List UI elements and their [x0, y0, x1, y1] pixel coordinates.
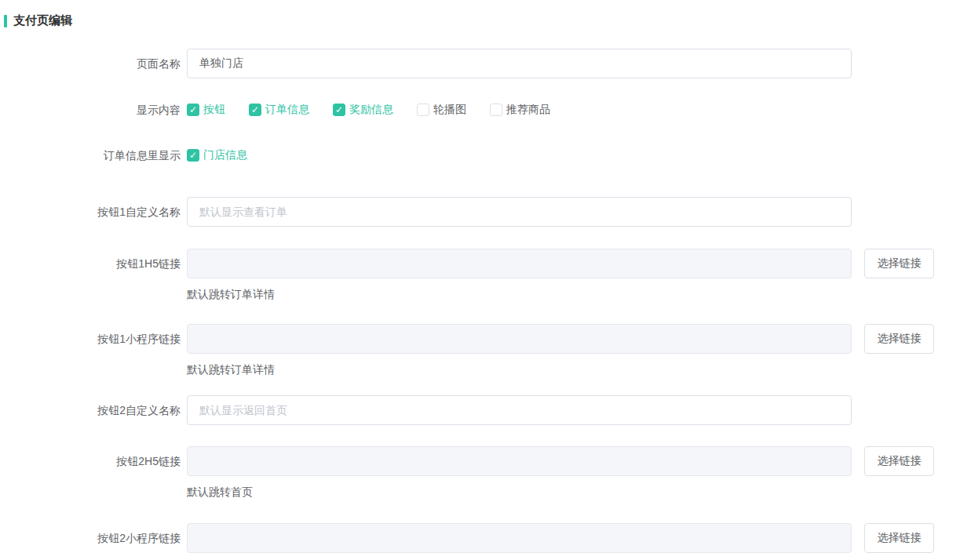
section-header: 支付页编辑 — [0, 0, 960, 28]
form-row-btn1-mini: 按钮1小程序链接 选择链接 默认跳转订单详情 — [0, 324, 960, 375]
btn2-mini-input — [187, 523, 852, 553]
btn1-mini-select-link-button[interactable]: 选择链接 — [864, 324, 934, 354]
form-row-btn2-mini: 按钮2小程序链接 选择链接 — [0, 523, 960, 553]
form-row-display-content: 显示内容 按钮 订单信息 奖励信息 轮播图 推荐商品 — [0, 102, 960, 118]
form-row-order-info-display: 订单信息里显示 门店信息 — [0, 147, 960, 163]
btn2-mini-label: 按钮2小程序链接 — [0, 523, 181, 553]
btn1-name-label: 按钮1自定义名称 — [0, 197, 181, 227]
checkbox-recommended-products[interactable]: 推荐商品 — [490, 102, 550, 118]
btn2-mini-select-link-button[interactable]: 选择链接 — [864, 523, 934, 553]
checkbox-icon — [187, 149, 199, 162]
btn1-h5-hint: 默认跳转订单详情 — [187, 289, 934, 300]
btn1-h5-label: 按钮1H5链接 — [0, 249, 181, 278]
checkbox-order-info[interactable]: 订单信息 — [249, 102, 309, 118]
btn1-mini-hint: 默认跳转订单详情 — [187, 364, 934, 375]
accent-bar-icon — [4, 15, 7, 27]
form-row-btn2-name: 按钮2自定义名称 — [0, 395, 960, 425]
btn1-h5-select-link-button[interactable]: 选择链接 — [864, 249, 934, 278]
form-row-btn1-h5: 按钮1H5链接 选择链接 默认跳转订单详情 — [0, 249, 960, 300]
checkbox-icon — [249, 104, 261, 116]
btn2-h5-select-link-button[interactable]: 选择链接 — [864, 446, 934, 476]
btn2-h5-hint: 默认跳转首页 — [187, 486, 934, 497]
checkbox-carousel[interactable]: 轮播图 — [417, 102, 466, 118]
btn2-h5-input — [187, 446, 852, 476]
checkbox-icon — [417, 104, 429, 116]
btn1-name-input[interactable] — [187, 197, 852, 227]
display-content-label: 显示内容 — [0, 102, 181, 118]
btn1-mini-label: 按钮1小程序链接 — [0, 324, 181, 354]
page-title: 支付页编辑 — [13, 13, 72, 28]
order-info-display-label: 订单信息里显示 — [0, 147, 181, 163]
form-row-page-name: 页面名称 — [0, 49, 960, 78]
form-row-btn2-h5: 按钮2H5链接 选择链接 默认跳转首页 — [0, 446, 960, 497]
checkbox-icon — [187, 104, 199, 116]
btn2-h5-label: 按钮2H5链接 — [0, 446, 181, 476]
checkbox-icon — [490, 104, 502, 116]
btn2-name-input[interactable] — [187, 395, 852, 425]
form-row-btn1-name: 按钮1自定义名称 — [0, 197, 960, 227]
btn2-name-label: 按钮2自定义名称 — [0, 395, 181, 425]
btn1-mini-input — [187, 324, 852, 354]
checkbox-reward-info[interactable]: 奖励信息 — [333, 102, 393, 118]
page-name-input[interactable] — [187, 49, 852, 78]
checkbox-store-info[interactable]: 门店信息 — [187, 147, 247, 163]
page-name-label: 页面名称 — [0, 49, 181, 78]
btn1-h5-input — [187, 249, 852, 278]
checkbox-icon — [333, 104, 345, 116]
checkbox-button[interactable]: 按钮 — [187, 102, 225, 118]
